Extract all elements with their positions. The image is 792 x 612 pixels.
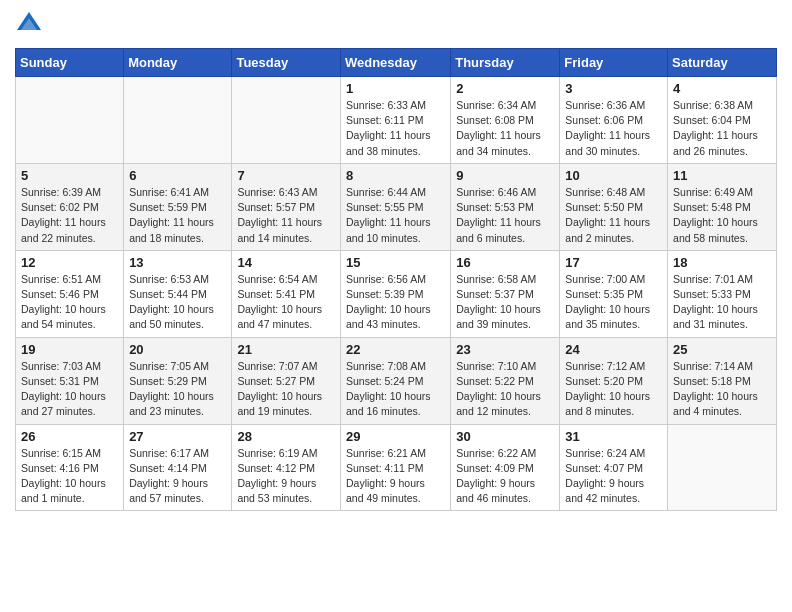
- day-info: Sunrise: 6:21 AM Sunset: 4:11 PM Dayligh…: [346, 446, 445, 507]
- day-header-tuesday: Tuesday: [232, 49, 341, 77]
- calendar-cell: 22Sunrise: 7:08 AM Sunset: 5:24 PM Dayli…: [340, 337, 450, 424]
- day-info: Sunrise: 6:22 AM Sunset: 4:09 PM Dayligh…: [456, 446, 554, 507]
- day-number: 20: [129, 342, 226, 357]
- day-info: Sunrise: 6:38 AM Sunset: 6:04 PM Dayligh…: [673, 98, 771, 159]
- day-number: 28: [237, 429, 335, 444]
- day-number: 11: [673, 168, 771, 183]
- calendar: SundayMondayTuesdayWednesdayThursdayFrid…: [15, 48, 777, 511]
- calendar-cell: 18Sunrise: 7:01 AM Sunset: 5:33 PM Dayli…: [668, 250, 777, 337]
- day-info: Sunrise: 6:33 AM Sunset: 6:11 PM Dayligh…: [346, 98, 445, 159]
- day-number: 2: [456, 81, 554, 96]
- day-number: 4: [673, 81, 771, 96]
- calendar-cell: [16, 77, 124, 164]
- calendar-cell: 23Sunrise: 7:10 AM Sunset: 5:22 PM Dayli…: [451, 337, 560, 424]
- calendar-cell: 19Sunrise: 7:03 AM Sunset: 5:31 PM Dayli…: [16, 337, 124, 424]
- logo-icon: [15, 10, 43, 38]
- calendar-cell: 8Sunrise: 6:44 AM Sunset: 5:55 PM Daylig…: [340, 163, 450, 250]
- day-info: Sunrise: 6:58 AM Sunset: 5:37 PM Dayligh…: [456, 272, 554, 333]
- day-header-monday: Monday: [124, 49, 232, 77]
- calendar-header-row: SundayMondayTuesdayWednesdayThursdayFrid…: [16, 49, 777, 77]
- day-info: Sunrise: 6:41 AM Sunset: 5:59 PM Dayligh…: [129, 185, 226, 246]
- day-header-thursday: Thursday: [451, 49, 560, 77]
- day-number: 30: [456, 429, 554, 444]
- page-container: SundayMondayTuesdayWednesdayThursdayFrid…: [0, 0, 792, 521]
- day-number: 18: [673, 255, 771, 270]
- calendar-week-3: 12Sunrise: 6:51 AM Sunset: 5:46 PM Dayli…: [16, 250, 777, 337]
- day-number: 13: [129, 255, 226, 270]
- day-info: Sunrise: 6:15 AM Sunset: 4:16 PM Dayligh…: [21, 446, 118, 507]
- calendar-cell: 16Sunrise: 6:58 AM Sunset: 5:37 PM Dayli…: [451, 250, 560, 337]
- day-info: Sunrise: 7:07 AM Sunset: 5:27 PM Dayligh…: [237, 359, 335, 420]
- calendar-cell: 10Sunrise: 6:48 AM Sunset: 5:50 PM Dayli…: [560, 163, 668, 250]
- logo: [15, 10, 47, 38]
- day-info: Sunrise: 6:46 AM Sunset: 5:53 PM Dayligh…: [456, 185, 554, 246]
- day-info: Sunrise: 6:44 AM Sunset: 5:55 PM Dayligh…: [346, 185, 445, 246]
- day-info: Sunrise: 7:08 AM Sunset: 5:24 PM Dayligh…: [346, 359, 445, 420]
- day-header-saturday: Saturday: [668, 49, 777, 77]
- day-number: 14: [237, 255, 335, 270]
- day-info: Sunrise: 7:01 AM Sunset: 5:33 PM Dayligh…: [673, 272, 771, 333]
- day-number: 5: [21, 168, 118, 183]
- day-number: 8: [346, 168, 445, 183]
- calendar-cell: [124, 77, 232, 164]
- day-info: Sunrise: 6:24 AM Sunset: 4:07 PM Dayligh…: [565, 446, 662, 507]
- day-info: Sunrise: 6:54 AM Sunset: 5:41 PM Dayligh…: [237, 272, 335, 333]
- day-number: 17: [565, 255, 662, 270]
- calendar-cell: 2Sunrise: 6:34 AM Sunset: 6:08 PM Daylig…: [451, 77, 560, 164]
- calendar-week-4: 19Sunrise: 7:03 AM Sunset: 5:31 PM Dayli…: [16, 337, 777, 424]
- day-number: 27: [129, 429, 226, 444]
- day-number: 23: [456, 342, 554, 357]
- calendar-cell: 20Sunrise: 7:05 AM Sunset: 5:29 PM Dayli…: [124, 337, 232, 424]
- day-info: Sunrise: 6:51 AM Sunset: 5:46 PM Dayligh…: [21, 272, 118, 333]
- day-info: Sunrise: 6:53 AM Sunset: 5:44 PM Dayligh…: [129, 272, 226, 333]
- day-number: 1: [346, 81, 445, 96]
- day-number: 7: [237, 168, 335, 183]
- day-info: Sunrise: 6:19 AM Sunset: 4:12 PM Dayligh…: [237, 446, 335, 507]
- day-info: Sunrise: 6:48 AM Sunset: 5:50 PM Dayligh…: [565, 185, 662, 246]
- calendar-cell: 12Sunrise: 6:51 AM Sunset: 5:46 PM Dayli…: [16, 250, 124, 337]
- calendar-cell: 29Sunrise: 6:21 AM Sunset: 4:11 PM Dayli…: [340, 424, 450, 511]
- day-number: 16: [456, 255, 554, 270]
- calendar-week-2: 5Sunrise: 6:39 AM Sunset: 6:02 PM Daylig…: [16, 163, 777, 250]
- day-info: Sunrise: 6:49 AM Sunset: 5:48 PM Dayligh…: [673, 185, 771, 246]
- day-number: 29: [346, 429, 445, 444]
- calendar-cell: 3Sunrise: 6:36 AM Sunset: 6:06 PM Daylig…: [560, 77, 668, 164]
- calendar-cell: 21Sunrise: 7:07 AM Sunset: 5:27 PM Dayli…: [232, 337, 341, 424]
- day-number: 10: [565, 168, 662, 183]
- calendar-cell: 31Sunrise: 6:24 AM Sunset: 4:07 PM Dayli…: [560, 424, 668, 511]
- day-number: 26: [21, 429, 118, 444]
- calendar-week-1: 1Sunrise: 6:33 AM Sunset: 6:11 PM Daylig…: [16, 77, 777, 164]
- day-number: 24: [565, 342, 662, 357]
- calendar-cell: 11Sunrise: 6:49 AM Sunset: 5:48 PM Dayli…: [668, 163, 777, 250]
- day-number: 25: [673, 342, 771, 357]
- day-number: 6: [129, 168, 226, 183]
- calendar-cell: 9Sunrise: 6:46 AM Sunset: 5:53 PM Daylig…: [451, 163, 560, 250]
- day-number: 31: [565, 429, 662, 444]
- calendar-cell: 17Sunrise: 7:00 AM Sunset: 5:35 PM Dayli…: [560, 250, 668, 337]
- day-info: Sunrise: 7:12 AM Sunset: 5:20 PM Dayligh…: [565, 359, 662, 420]
- calendar-cell: 1Sunrise: 6:33 AM Sunset: 6:11 PM Daylig…: [340, 77, 450, 164]
- calendar-cell: 7Sunrise: 6:43 AM Sunset: 5:57 PM Daylig…: [232, 163, 341, 250]
- calendar-cell: 6Sunrise: 6:41 AM Sunset: 5:59 PM Daylig…: [124, 163, 232, 250]
- day-info: Sunrise: 6:17 AM Sunset: 4:14 PM Dayligh…: [129, 446, 226, 507]
- calendar-cell: [232, 77, 341, 164]
- day-info: Sunrise: 7:00 AM Sunset: 5:35 PM Dayligh…: [565, 272, 662, 333]
- calendar-week-5: 26Sunrise: 6:15 AM Sunset: 4:16 PM Dayli…: [16, 424, 777, 511]
- calendar-cell: 4Sunrise: 6:38 AM Sunset: 6:04 PM Daylig…: [668, 77, 777, 164]
- day-info: Sunrise: 6:43 AM Sunset: 5:57 PM Dayligh…: [237, 185, 335, 246]
- header: [15, 10, 777, 38]
- day-info: Sunrise: 6:36 AM Sunset: 6:06 PM Dayligh…: [565, 98, 662, 159]
- day-header-sunday: Sunday: [16, 49, 124, 77]
- calendar-cell: 5Sunrise: 6:39 AM Sunset: 6:02 PM Daylig…: [16, 163, 124, 250]
- day-number: 21: [237, 342, 335, 357]
- day-info: Sunrise: 7:03 AM Sunset: 5:31 PM Dayligh…: [21, 359, 118, 420]
- day-info: Sunrise: 6:39 AM Sunset: 6:02 PM Dayligh…: [21, 185, 118, 246]
- calendar-cell: 27Sunrise: 6:17 AM Sunset: 4:14 PM Dayli…: [124, 424, 232, 511]
- calendar-cell: 14Sunrise: 6:54 AM Sunset: 5:41 PM Dayli…: [232, 250, 341, 337]
- day-number: 22: [346, 342, 445, 357]
- calendar-cell: 30Sunrise: 6:22 AM Sunset: 4:09 PM Dayli…: [451, 424, 560, 511]
- calendar-cell: 15Sunrise: 6:56 AM Sunset: 5:39 PM Dayli…: [340, 250, 450, 337]
- day-header-friday: Friday: [560, 49, 668, 77]
- day-info: Sunrise: 6:34 AM Sunset: 6:08 PM Dayligh…: [456, 98, 554, 159]
- calendar-cell: 13Sunrise: 6:53 AM Sunset: 5:44 PM Dayli…: [124, 250, 232, 337]
